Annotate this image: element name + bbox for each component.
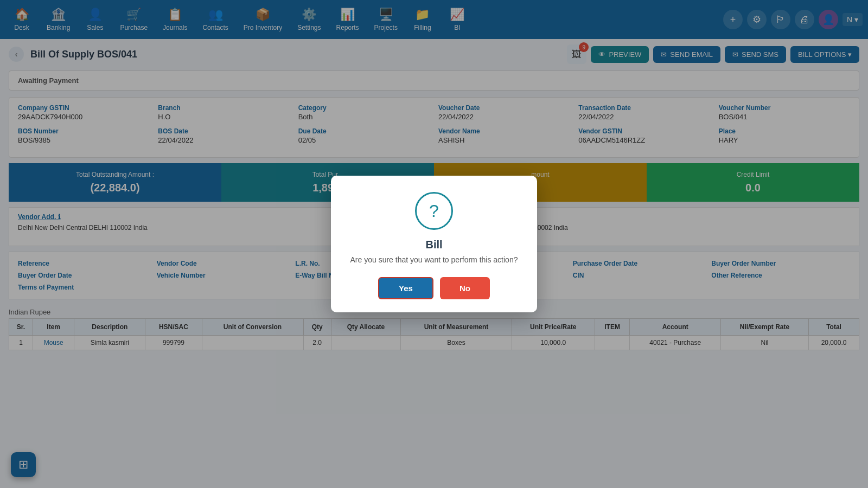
dialog-overlay: ? Bill Are you sure that you want to per… <box>0 0 868 356</box>
dialog-question-icon: ? <box>415 192 453 230</box>
dialog-title: Bill <box>344 239 524 251</box>
dialog-buttons: Yes No <box>344 277 524 299</box>
dialog-yes-button[interactable]: Yes <box>378 277 433 299</box>
confirm-dialog: ? Bill Are you sure that you want to per… <box>331 176 537 312</box>
dialog-no-button[interactable]: No <box>440 277 490 299</box>
dialog-message: Are you sure that you want to perform th… <box>344 255 524 264</box>
